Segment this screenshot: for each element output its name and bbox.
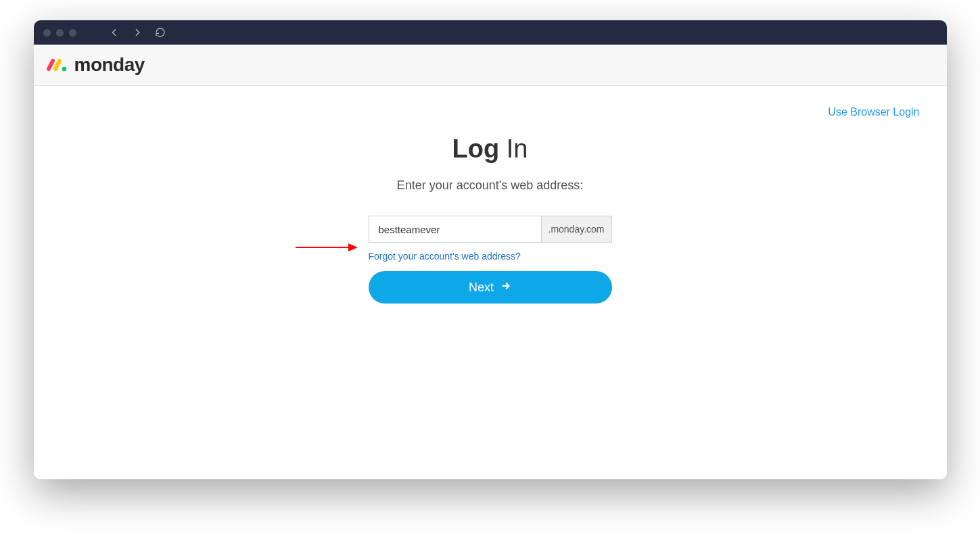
content-area: Use Browser Login Log In Enter your acco… [34, 86, 947, 479]
browser-login-row: Use Browser Login [61, 106, 920, 118]
window-maximize-button[interactable] [69, 29, 76, 37]
subtitle: Enter your account's web address: [369, 178, 612, 193]
window-controls [43, 29, 76, 37]
brand-logo-mark [46, 57, 70, 73]
login-form: Log In Enter your account's web address:… [369, 135, 612, 304]
next-button-label: Next [469, 281, 494, 295]
window-minimize-button[interactable] [56, 29, 64, 37]
domain-suffix-label: .monday.com [541, 216, 612, 243]
forgot-link-row: Forgot your account's web address? [369, 251, 612, 262]
subdomain-input-row: .monday.com [369, 216, 612, 243]
brand-logo: monday [46, 54, 935, 76]
brand-name: monday [74, 54, 145, 76]
title-light: In [507, 135, 528, 163]
app-window: monday Use Browser Login Log In Enter yo… [34, 20, 947, 479]
arrow-right-icon [500, 281, 511, 295]
annotation-arrow-icon [294, 241, 362, 254]
svg-point-0 [62, 67, 66, 71]
back-icon[interactable] [109, 27, 120, 38]
page-title: Log In [369, 135, 612, 164]
forward-icon[interactable] [132, 27, 143, 38]
title-bold: Log [452, 135, 500, 163]
window-close-button[interactable] [43, 29, 51, 37]
app-header: monday [34, 45, 947, 86]
nav-controls [109, 27, 166, 38]
use-browser-login-link[interactable]: Use Browser Login [828, 106, 919, 118]
forgot-address-link[interactable]: Forgot your account's web address? [369, 251, 521, 262]
next-button[interactable]: Next [369, 271, 612, 304]
reload-icon[interactable] [155, 27, 166, 38]
titlebar [34, 20, 947, 45]
subdomain-input[interactable] [369, 216, 541, 243]
